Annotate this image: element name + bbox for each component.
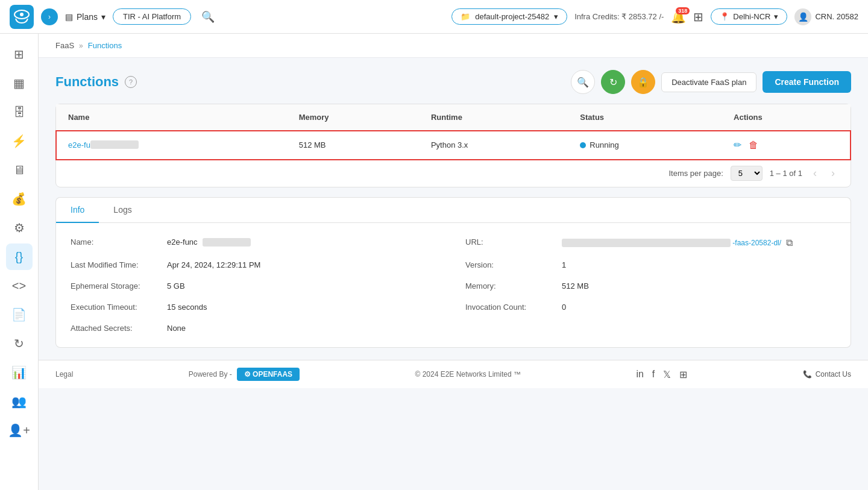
platform-button[interactable]: TIR - AI Platform — [113, 8, 191, 25]
invocation-value: 0 — [562, 303, 566, 312]
info-grid: Name: e2e-func URL: -faas-20582-dl/ ⧉ — [71, 237, 836, 333]
credits-display: Infra Credits: ₹ 2853.72 /- — [574, 12, 664, 21]
help-icon-button[interactable]: ? — [125, 76, 137, 88]
page-title-section: Functions ? — [55, 74, 137, 90]
prev-page-button[interactable]: ‹ — [810, 166, 820, 181]
rss-icon[interactable]: ⊞ — [679, 369, 687, 380]
refresh-action-button[interactable]: ↻ — [601, 70, 625, 94]
sidebar-item-code[interactable]: <> — [6, 272, 33, 299]
sidebar-item-dashboard[interactable]: ⊞ — [6, 41, 33, 68]
navbar: › ▤ Plans ▾ TIR - AI Platform 🔍 📁 defaul… — [0, 0, 868, 34]
footer-social-links: in f 𝕏 ⊞ — [636, 369, 687, 380]
copy-url-button[interactable]: ⧉ — [786, 237, 793, 248]
search-action-button[interactable]: 🔍 — [571, 70, 595, 94]
project-selector-button[interactable]: 📁 default-project-25482 ▾ — [451, 8, 567, 25]
svg-point-1 — [20, 13, 24, 16]
sidebar-item-server[interactable]: 🖥 — [6, 157, 33, 183]
function-name-cell: e2e-fu — [56, 131, 287, 160]
function-name-link[interactable]: e2e-fu — [68, 140, 139, 149]
delete-function-button[interactable]: 🗑 — [749, 140, 758, 151]
page-header: Functions ? 🔍 ↻ 🔒 Deactivate FaaS plan C… — [39, 58, 868, 104]
facebook-icon[interactable]: f — [652, 369, 655, 380]
tab-logs[interactable]: Logs — [99, 198, 146, 223]
pagination-range: 1 – 1 of 1 — [770, 169, 802, 178]
location-selector-button[interactable]: 📍 Delhi-NCR ▾ — [711, 8, 787, 25]
app-logo — [10, 5, 34, 29]
folder-icon: 📁 — [461, 12, 470, 21]
functions-table-container: Name Memory Runtime Status Actions e2e-f… — [55, 104, 851, 187]
function-name-blurred — [90, 140, 139, 149]
sidebar-item-network[interactable]: ⚡ — [6, 128, 33, 154]
sidebar-item-database[interactable]: 🗄 — [6, 99, 33, 125]
timeout-label: Execution Timeout: — [71, 303, 167, 312]
function-status-cell: Running — [568, 131, 722, 160]
functions-table: Name Memory Runtime Status Actions e2e-f… — [56, 104, 851, 160]
memory-label: Memory: — [465, 281, 562, 291]
sidebar-item-table[interactable]: ▦ — [6, 70, 33, 96]
breadcrumb: FaaS » Functions — [39, 34, 868, 58]
sidebar: ⊞ ▦ 🗄 ⚡ 🖥 💰 ⚙ {} <> 📄 ↻ 📊 👥 👤+ — [0, 34, 39, 490]
info-name-row: Name: e2e-func — [71, 237, 441, 248]
sidebar-item-functions[interactable]: {} — [6, 243, 33, 270]
col-header-actions: Actions — [722, 104, 851, 131]
sidebar-item-users[interactable]: 👤+ — [6, 417, 33, 444]
secrets-label: Attached Secrets: — [71, 324, 167, 333]
user-avatar: 👤 — [794, 8, 811, 25]
lock-action-button[interactable]: 🔒 — [631, 70, 655, 94]
col-header-runtime: Runtime — [419, 104, 568, 131]
apps-grid-button[interactable]: ⊞ — [693, 10, 703, 24]
plans-button[interactable]: ▤ Plans ▾ — [65, 12, 105, 22]
info-version-row: Version: 1 — [465, 260, 836, 269]
edit-function-button[interactable]: ✏ — [734, 139, 741, 151]
sidebar-item-file[interactable]: 📄 — [6, 301, 33, 328]
items-per-page-label: Items per page: — [668, 169, 723, 178]
notification-badge: 318 — [676, 7, 690, 14]
sidebar-item-billing[interactable]: 💰 — [6, 186, 33, 212]
create-function-button[interactable]: Create Function — [763, 71, 851, 93]
deactivate-faas-button[interactable]: Deactivate FaaS plan — [661, 72, 756, 92]
url-blurred-1 — [562, 239, 731, 247]
version-label: Version: — [465, 260, 562, 269]
footer-contact[interactable]: 📞 Contact Us — [803, 370, 851, 378]
sidebar-item-team[interactable]: 👥 — [6, 388, 33, 415]
page-actions: 🔍 ↻ 🔒 Deactivate FaaS plan Create Functi… — [571, 70, 851, 94]
version-value: 1 — [562, 260, 566, 269]
collapse-sidebar-button[interactable]: › — [41, 8, 58, 25]
col-header-name: Name — [56, 104, 287, 131]
name-blurred — [203, 238, 251, 247]
url-label: URL: — [465, 237, 562, 247]
info-modified-row: Last Modified Time: Apr 24, 2024, 12:29:… — [71, 260, 441, 269]
col-header-status: Status — [568, 104, 722, 131]
linkedin-icon[interactable]: in — [636, 369, 643, 380]
search-button[interactable]: 🔍 — [198, 7, 218, 27]
openfaas-logo: ⚙ OPENFAAS — [237, 368, 300, 381]
ephemeral-label: Ephemeral Storage: — [71, 281, 167, 291]
tab-info[interactable]: Info — [56, 198, 99, 223]
info-invocation-row: Invocation Count: 0 — [465, 303, 836, 312]
sidebar-item-settings[interactable]: ⚙ — [6, 215, 33, 241]
info-tabs-container: Info Logs — [55, 197, 851, 223]
location-chevron-icon: ▾ — [774, 12, 778, 21]
project-chevron-icon: ▾ — [554, 12, 558, 21]
breadcrumb-separator: » — [79, 42, 83, 50]
items-per-page-select[interactable]: 5 10 20 — [731, 166, 763, 181]
invocation-label: Invocation Count: — [465, 303, 562, 312]
page-title: Functions — [55, 74, 119, 90]
next-page-button[interactable]: › — [828, 166, 838, 181]
info-url-row: URL: -faas-20582-dl/ ⧉ — [465, 237, 836, 248]
col-header-memory: Memory — [287, 104, 419, 131]
footer-legal[interactable]: Legal — [55, 370, 73, 378]
breadcrumb-parent[interactable]: FaaS — [55, 41, 74, 50]
url-value: -faas-20582-dl/ ⧉ — [562, 237, 793, 248]
memory-value: 512 MB — [562, 281, 589, 291]
table-row[interactable]: e2e-fu 512 MB Python 3.x Running ✏ — [56, 131, 851, 160]
timeout-value: 15 seconds — [167, 303, 207, 312]
modified-label: Last Modified Time: — [71, 260, 167, 269]
user-account[interactable]: 👤 CRN. 20582 — [794, 8, 858, 25]
sidebar-item-reports[interactable]: 📊 — [6, 359, 33, 386]
plans-chevron-icon: ▾ — [101, 12, 105, 22]
notifications-button[interactable]: 🔔 318 — [671, 10, 686, 24]
sidebar-item-refresh[interactable]: ↻ — [6, 330, 33, 357]
breadcrumb-current: Functions — [88, 41, 122, 50]
twitter-icon[interactable]: 𝕏 — [663, 369, 671, 380]
